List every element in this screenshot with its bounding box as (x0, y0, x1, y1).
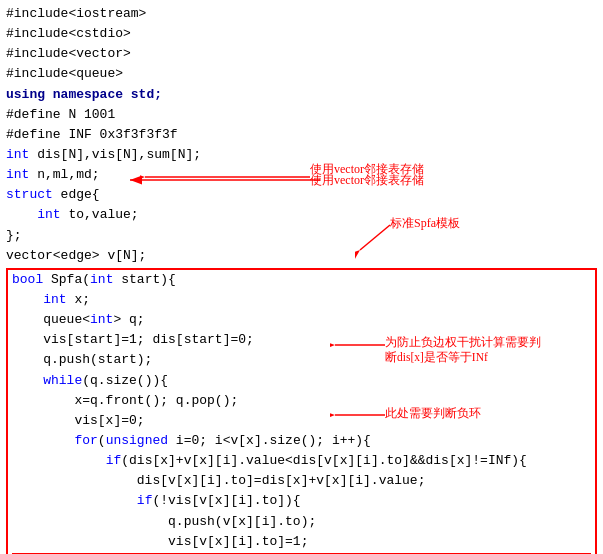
line-8: int dis[N],vis[N],sum[N]; (6, 145, 597, 165)
line-7: #define INF 0x3f3f3f3f (6, 125, 597, 145)
line-14: bool Spfa(int start){ (12, 270, 591, 290)
line-20: x=q.front(); q.pop(); (12, 391, 591, 411)
line-2: #include<cstdio> (6, 24, 597, 44)
annotation-vector: 使用vector邻接表存储 (310, 160, 424, 179)
line-13: vector<edge> v[N]; (6, 246, 597, 266)
spfa-box: bool Spfa(int start){ int x; queue<int> … (6, 268, 597, 554)
line-4: #include<queue> (6, 64, 597, 84)
line-21: vis[x]=0; (12, 411, 591, 431)
line-1: #include<iostream> (6, 4, 597, 24)
line-22: for(unsigned i=0; i<v[x].size(); i++){ (12, 431, 591, 451)
line-18: q.push(start); (12, 350, 591, 370)
line-5: using namespace std; (6, 85, 597, 105)
line-16: queue<int> q; (12, 310, 591, 330)
line-9: int n,ml,md; (6, 165, 597, 185)
line-19: while(q.size()){ (12, 371, 591, 391)
line-25: if(!vis[v[x][i].to]){ (12, 491, 591, 511)
line-27: vis[v[x][i].to]=1; (12, 532, 591, 552)
line-15: int x; (12, 290, 591, 310)
line-17: vis[start]=1; dis[start]=0; (12, 330, 591, 350)
line-12: }; (6, 226, 597, 246)
line-23: if(dis[x]+v[x][i].value<dis[v[x][i].to]&… (12, 451, 591, 471)
line-6: #define N 1001 (6, 105, 597, 125)
line-24: dis[v[x][i].to]=dis[x]+v[x][i].value; (12, 471, 591, 491)
line-26: q.push(v[x][i].to); (12, 512, 591, 532)
line-11: int to,value; (6, 205, 597, 225)
line-3: #include<vector> (6, 44, 597, 64)
line-10: struct edge{ (6, 185, 597, 205)
code-container: #include<iostream> #include<cstdio> #inc… (0, 0, 603, 554)
